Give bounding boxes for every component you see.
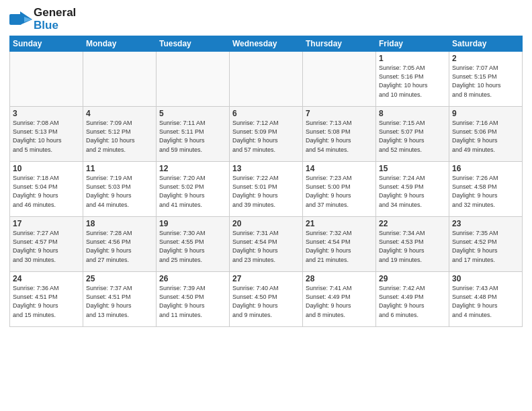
day-info: Sunrise: 7:12 AM Sunset: 5:09 PM Dayligh… bbox=[232, 119, 300, 154]
header-row: General Blue bbox=[9, 7, 523, 32]
day-info: Sunrise: 7:18 AM Sunset: 5:04 PM Dayligh… bbox=[13, 174, 80, 209]
calendar-week-row: 10Sunrise: 7:18 AM Sunset: 5:04 PM Dayli… bbox=[10, 162, 523, 217]
day-number: 26 bbox=[159, 274, 226, 283]
calendar-cell: 7Sunrise: 7:13 AM Sunset: 5:08 PM Daylig… bbox=[303, 107, 376, 162]
day-number: 21 bbox=[306, 219, 373, 228]
day-info: Sunrise: 7:35 AM Sunset: 4:52 PM Dayligh… bbox=[452, 229, 519, 264]
day-number: 23 bbox=[452, 219, 519, 228]
calendar-cell: 6Sunrise: 7:12 AM Sunset: 5:09 PM Daylig… bbox=[230, 107, 303, 162]
calendar-week-row: 24Sunrise: 7:36 AM Sunset: 4:51 PM Dayli… bbox=[10, 272, 523, 327]
calendar-cell: 8Sunrise: 7:15 AM Sunset: 5:07 PM Daylig… bbox=[376, 107, 449, 162]
day-number: 27 bbox=[232, 274, 300, 283]
day-info: Sunrise: 7:23 AM Sunset: 5:00 PM Dayligh… bbox=[306, 174, 373, 209]
day-number: 30 bbox=[452, 274, 519, 283]
day-info: Sunrise: 7:37 AM Sunset: 4:51 PM Dayligh… bbox=[86, 284, 153, 319]
day-number: 25 bbox=[86, 274, 153, 283]
calendar-cell: 16Sunrise: 7:26 AM Sunset: 4:58 PM Dayli… bbox=[449, 162, 523, 217]
calendar-cell: 19Sunrise: 7:30 AM Sunset: 4:55 PM Dayli… bbox=[157, 217, 230, 272]
calendar-cell: 28Sunrise: 7:41 AM Sunset: 4:49 PM Dayli… bbox=[303, 272, 376, 327]
weekday-header-row: SundayMondayTuesdayWednesdayThursdayFrid… bbox=[10, 36, 523, 52]
day-number: 1 bbox=[379, 54, 446, 63]
logo-line2: Blue bbox=[34, 19, 76, 32]
calendar-cell bbox=[303, 52, 376, 107]
day-number: 17 bbox=[13, 219, 80, 228]
calendar-table: SundayMondayTuesdayWednesdayThursdayFrid… bbox=[9, 36, 523, 327]
day-number: 9 bbox=[452, 109, 519, 118]
day-number: 7 bbox=[306, 109, 373, 118]
logo-line1: General bbox=[34, 7, 76, 19]
day-number: 24 bbox=[13, 274, 80, 283]
day-number: 15 bbox=[379, 164, 446, 173]
day-info: Sunrise: 7:09 AM Sunset: 5:12 PM Dayligh… bbox=[86, 119, 153, 154]
calendar-cell: 10Sunrise: 7:18 AM Sunset: 5:04 PM Dayli… bbox=[10, 162, 83, 217]
day-number: 22 bbox=[379, 219, 446, 228]
day-info: Sunrise: 7:11 AM Sunset: 5:11 PM Dayligh… bbox=[159, 119, 226, 154]
calendar-cell: 4Sunrise: 7:09 AM Sunset: 5:12 PM Daylig… bbox=[83, 107, 157, 162]
day-number: 29 bbox=[379, 274, 446, 283]
calendar-cell bbox=[10, 52, 83, 107]
day-number: 16 bbox=[452, 164, 519, 173]
weekday-header: Saturday bbox=[449, 36, 523, 52]
day-info: Sunrise: 7:24 AM Sunset: 4:59 PM Dayligh… bbox=[379, 174, 446, 209]
calendar-cell: 20Sunrise: 7:31 AM Sunset: 4:54 PM Dayli… bbox=[230, 217, 303, 272]
day-number: 20 bbox=[232, 219, 300, 228]
calendar-cell: 11Sunrise: 7:19 AM Sunset: 5:03 PM Dayli… bbox=[83, 162, 157, 217]
calendar-cell: 9Sunrise: 7:16 AM Sunset: 5:06 PM Daylig… bbox=[449, 107, 523, 162]
day-info: Sunrise: 7:42 AM Sunset: 4:49 PM Dayligh… bbox=[379, 284, 446, 319]
calendar-cell: 3Sunrise: 7:08 AM Sunset: 5:13 PM Daylig… bbox=[10, 107, 83, 162]
day-number: 10 bbox=[13, 164, 80, 173]
day-info: Sunrise: 7:05 AM Sunset: 5:16 PM Dayligh… bbox=[379, 64, 446, 99]
day-info: Sunrise: 7:22 AM Sunset: 5:01 PM Dayligh… bbox=[232, 174, 300, 209]
day-number: 11 bbox=[86, 164, 153, 173]
day-info: Sunrise: 7:32 AM Sunset: 4:54 PM Dayligh… bbox=[306, 229, 373, 264]
calendar-cell bbox=[157, 52, 230, 107]
calendar-cell: 1Sunrise: 7:05 AM Sunset: 5:16 PM Daylig… bbox=[376, 52, 449, 107]
day-info: Sunrise: 7:36 AM Sunset: 4:51 PM Dayligh… bbox=[13, 284, 80, 319]
day-info: Sunrise: 7:08 AM Sunset: 5:13 PM Dayligh… bbox=[13, 119, 80, 154]
calendar-cell: 22Sunrise: 7:34 AM Sunset: 4:53 PM Dayli… bbox=[376, 217, 449, 272]
day-info: Sunrise: 7:43 AM Sunset: 4:48 PM Dayligh… bbox=[452, 284, 519, 319]
day-number: 6 bbox=[232, 109, 300, 118]
day-info: Sunrise: 7:28 AM Sunset: 4:56 PM Dayligh… bbox=[86, 229, 153, 264]
day-info: Sunrise: 7:40 AM Sunset: 4:50 PM Dayligh… bbox=[232, 284, 300, 319]
weekday-header: Thursday bbox=[303, 36, 376, 52]
day-number: 19 bbox=[159, 219, 226, 228]
calendar-cell: 17Sunrise: 7:27 AM Sunset: 4:57 PM Dayli… bbox=[10, 217, 83, 272]
day-info: Sunrise: 7:13 AM Sunset: 5:08 PM Dayligh… bbox=[306, 119, 373, 154]
calendar-cell: 12Sunrise: 7:20 AM Sunset: 5:02 PM Dayli… bbox=[157, 162, 230, 217]
weekday-header: Monday bbox=[83, 36, 157, 52]
calendar-cell: 30Sunrise: 7:43 AM Sunset: 4:48 PM Dayli… bbox=[449, 272, 523, 327]
day-number: 5 bbox=[159, 109, 226, 118]
calendar-week-row: 1Sunrise: 7:05 AM Sunset: 5:16 PM Daylig… bbox=[10, 52, 523, 107]
calendar-cell bbox=[230, 52, 303, 107]
day-number: 2 bbox=[452, 54, 519, 63]
calendar-cell: 13Sunrise: 7:22 AM Sunset: 5:01 PM Dayli… bbox=[230, 162, 303, 217]
day-number: 28 bbox=[306, 274, 373, 283]
calendar-cell: 15Sunrise: 7:24 AM Sunset: 4:59 PM Dayli… bbox=[376, 162, 449, 217]
calendar-cell: 29Sunrise: 7:42 AM Sunset: 4:49 PM Dayli… bbox=[376, 272, 449, 327]
calendar-cell: 5Sunrise: 7:11 AM Sunset: 5:11 PM Daylig… bbox=[157, 107, 230, 162]
weekday-header: Tuesday bbox=[157, 36, 230, 52]
day-number: 14 bbox=[306, 164, 373, 173]
logo-icon bbox=[9, 10, 32, 29]
day-info: Sunrise: 7:30 AM Sunset: 4:55 PM Dayligh… bbox=[159, 229, 226, 264]
day-info: Sunrise: 7:31 AM Sunset: 4:54 PM Dayligh… bbox=[232, 229, 300, 264]
calendar-week-row: 17Sunrise: 7:27 AM Sunset: 4:57 PM Dayli… bbox=[10, 217, 523, 272]
calendar-cell: 26Sunrise: 7:39 AM Sunset: 4:50 PM Dayli… bbox=[157, 272, 230, 327]
day-info: Sunrise: 7:19 AM Sunset: 5:03 PM Dayligh… bbox=[86, 174, 153, 209]
calendar-cell: 2Sunrise: 7:07 AM Sunset: 5:15 PM Daylig… bbox=[449, 52, 523, 107]
day-number: 13 bbox=[232, 164, 300, 173]
logo: General Blue bbox=[9, 7, 76, 32]
calendar-week-row: 3Sunrise: 7:08 AM Sunset: 5:13 PM Daylig… bbox=[10, 107, 523, 162]
calendar-cell bbox=[83, 52, 157, 107]
main-container: General Blue SundayMondayTuesdayWednesda… bbox=[0, 0, 532, 411]
weekday-header: Sunday bbox=[10, 36, 83, 52]
calendar-cell: 24Sunrise: 7:36 AM Sunset: 4:51 PM Dayli… bbox=[10, 272, 83, 327]
day-number: 12 bbox=[159, 164, 226, 173]
calendar-cell: 14Sunrise: 7:23 AM Sunset: 5:00 PM Dayli… bbox=[303, 162, 376, 217]
calendar-cell: 21Sunrise: 7:32 AM Sunset: 4:54 PM Dayli… bbox=[303, 217, 376, 272]
day-number: 8 bbox=[379, 109, 446, 118]
calendar-cell: 23Sunrise: 7:35 AM Sunset: 4:52 PM Dayli… bbox=[449, 217, 523, 272]
calendar-cell: 25Sunrise: 7:37 AM Sunset: 4:51 PM Dayli… bbox=[83, 272, 157, 327]
day-info: Sunrise: 7:27 AM Sunset: 4:57 PM Dayligh… bbox=[13, 229, 80, 264]
